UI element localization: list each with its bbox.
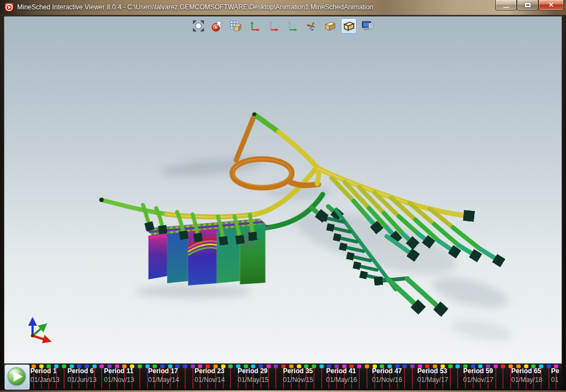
timeline-marker-dot [501, 364, 505, 368]
timeline-period: Period 3501/Nov/15 [283, 367, 313, 384]
close-button[interactable]: ✕ [538, 0, 564, 10]
timeline-period: Period 1101/Nov/13 [104, 367, 134, 384]
window-title: MineSched Interactive Viewer 8.0.4 - C:\… [17, 3, 373, 11]
period-date: 01/May/15 [238, 376, 269, 384]
period-date: 01/May/14 [148, 376, 179, 384]
timeline-marker-dot [138, 364, 142, 368]
timeline-tick [64, 365, 65, 389]
view-iso-icon [305, 19, 318, 33]
period-date: 01/Nov/16 [372, 376, 402, 384]
timeline-marker-dot [274, 364, 278, 368]
timeline-tick [192, 365, 193, 389]
fit-view-icon [192, 19, 205, 33]
orbit-select-icon [211, 19, 224, 33]
timeline-period: Pe01 [551, 367, 559, 384]
viewer-settings-icon [361, 19, 374, 33]
wireframe-display-icon [342, 19, 355, 33]
period-date: 01/Jun/13 [67, 376, 97, 384]
period-label: Period 53 [417, 367, 448, 375]
maximize-icon [525, 3, 531, 7]
period-date: 01/Jan/13 [30, 376, 60, 384]
period-label: Period 6 [67, 367, 97, 375]
timeline-marker-dot [183, 364, 187, 368]
toolbar-view-iso-button[interactable] [303, 18, 319, 34]
toolbar-view-plan-button[interactable] [247, 18, 263, 34]
timeline-tick [101, 365, 102, 389]
minimize-icon [503, 7, 510, 8]
timeline-tick [495, 365, 496, 389]
timeline-marker-dot [357, 364, 361, 368]
period-label: Period 23 [195, 367, 225, 375]
view-plan-icon [248, 19, 261, 33]
toolbar-view-side-button[interactable] [285, 18, 300, 34]
timeline-tick [412, 365, 413, 389]
timeline-tick [321, 365, 322, 389]
period-date: 01/Nov/13 [104, 376, 134, 384]
minesched-viewer-window: MineSched Interactive Viewer 8.0.4 - C:\… [0, 0, 566, 392]
mine-schedule-3d-scene [4, 17, 562, 363]
timeline-period: Period 5901/Nov/17 [463, 367, 494, 384]
period-label: Pe [551, 367, 559, 375]
timeline-tick [230, 365, 231, 389]
close-icon: ✕ [548, 1, 554, 9]
period-label: Period 47 [372, 367, 402, 375]
period-date: 01/May/17 [417, 376, 448, 384]
toolbar-viewer-settings-button[interactable] [360, 18, 375, 34]
timeline-tick [313, 365, 315, 389]
solid-display-icon [323, 19, 337, 33]
timeline-period: Period 1701/May/14 [148, 367, 179, 384]
timeline-marker-dot [62, 364, 66, 368]
period-date: 01/Nov/17 [463, 376, 494, 384]
decline-ramp [232, 113, 319, 188]
maximize-button[interactable] [517, 0, 538, 10]
period-label: Period 17 [148, 367, 179, 375]
3d-viewport[interactable] [4, 16, 562, 363]
timeline-marker-dot [365, 364, 369, 368]
toolbar-wireframe-display-button[interactable] [341, 18, 357, 34]
minimize-button[interactable] [495, 0, 517, 10]
timeline-period: Period 4701/Nov/16 [372, 367, 402, 384]
timeline-tick [450, 365, 451, 389]
timeline-period: Period 4101/May/16 [326, 367, 357, 384]
timeline-marker-dot [448, 364, 453, 368]
timeline-tick [359, 365, 360, 389]
play-button[interactable] [4, 364, 30, 390]
period-label: Period 59 [463, 367, 494, 375]
period-label: Period 1 [30, 367, 60, 375]
toolbar-view-front-button[interactable] [266, 18, 281, 34]
period-label: Period 35 [283, 367, 313, 375]
timeline-period: Period 2301/Nov/14 [195, 367, 225, 384]
period-label: Period 11 [104, 367, 134, 375]
period-date: 01/Nov/15 [283, 376, 313, 384]
timeline-marker-dot [402, 364, 407, 368]
toolbar-block-model-button[interactable] [228, 18, 244, 34]
timeline-tick [275, 365, 276, 389]
period-label: Period 65 [511, 367, 542, 375]
timeline-marker-dot [228, 364, 233, 368]
timeline-tick [366, 365, 368, 389]
toolbar-solid-display-button[interactable] [322, 18, 338, 34]
timeline-period: Period 101/Jan/13 [30, 367, 60, 384]
period-date: 01/Nov/14 [195, 376, 225, 384]
toolbar-orbit-select-button[interactable] [209, 18, 225, 34]
period-label: Period 41 [326, 367, 357, 375]
timeline-tick [502, 365, 504, 389]
view-front-icon [267, 19, 280, 33]
timeline-marker-dot [455, 364, 460, 368]
timeline-period: Period 6501/May/18 [511, 367, 542, 384]
timeline-tick [185, 365, 186, 389]
timeline-tick [457, 365, 458, 389]
title-bar[interactable]: MineSched Interactive Viewer 8.0.4 - C:\… [0, 0, 566, 15]
period-date: 01/May/16 [326, 376, 357, 384]
viewer-toolbar [191, 18, 375, 34]
app-icon [4, 3, 14, 12]
view-side-icon [286, 19, 299, 33]
timeline-tick [548, 365, 549, 389]
timeline-track[interactable]: Period 101/Jan/13Period 601/Jun/13Period… [4, 363, 562, 390]
toolbar-fit-view-button[interactable] [191, 18, 206, 34]
period-label: Period 29 [238, 367, 269, 375]
block-model-icon [229, 19, 243, 33]
axis-triad-icon [31, 322, 46, 340]
window-bottom-edge [0, 390, 566, 392]
timeline-marker-dot [319, 364, 324, 368]
